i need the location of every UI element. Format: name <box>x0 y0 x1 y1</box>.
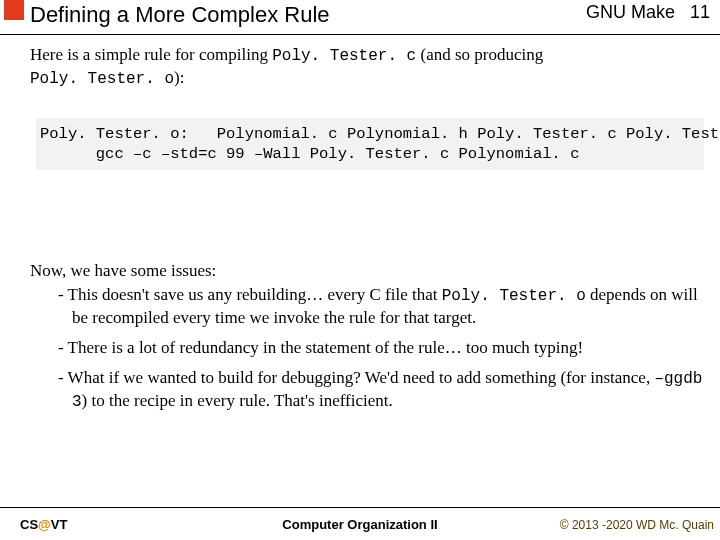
page-number: 11 <box>690 2 710 22</box>
footer-copyright: © 2013 -2020 WD Mc. Quain <box>560 518 714 532</box>
issue-text: What if we wanted to build for debugging… <box>68 368 655 387</box>
header-rule <box>0 34 720 35</box>
issue-code: Poly. Tester. o <box>442 287 586 305</box>
issue-item: There is a lot of redundancy in the stat… <box>58 337 710 359</box>
issues-lead: Now, we have some issues: <box>30 260 710 282</box>
intro-code: Poly. Tester. c <box>272 47 416 65</box>
issue-text: There is a lot of redundancy in the stat… <box>68 338 584 357</box>
code-line: gcc –c –std=c 99 –Wall Poly. Tester. c P… <box>40 145 580 163</box>
issues-section: Now, we have some issues: This doesn't s… <box>30 260 710 413</box>
accent-square-icon <box>4 0 24 20</box>
issue-item: This doesn't save us any rebuilding… eve… <box>58 284 710 329</box>
topic-label: GNU Make <box>586 2 675 22</box>
issue-text: This doesn't save us any rebuilding… eve… <box>68 285 442 304</box>
intro-code: Poly. Tester. o <box>30 70 174 88</box>
slide-title: Defining a More Complex Rule <box>30 2 330 28</box>
code-line: Poly. Tester. o: Polynomial. c Polynomia… <box>40 125 720 143</box>
slide-body: Here is a simple rule for compiling Poly… <box>30 44 710 510</box>
issue-text: ) to the recipe in every rule. That's in… <box>82 391 393 410</box>
issue-item: What if we wanted to build for debugging… <box>58 367 710 413</box>
intro-text: (and so producing <box>416 45 543 64</box>
slide-footer: CS@VT Computer Organization II © 2013 -2… <box>0 507 720 532</box>
intro-text: ): <box>174 68 184 87</box>
code-block: Poly. Tester. o: Polynomial. c Polynomia… <box>36 118 704 170</box>
intro-text: Here is a simple rule for compiling <box>30 45 272 64</box>
header-meta: GNU Make 11 <box>586 2 710 23</box>
intro-paragraph: Here is a simple rule for compiling Poly… <box>30 44 710 90</box>
